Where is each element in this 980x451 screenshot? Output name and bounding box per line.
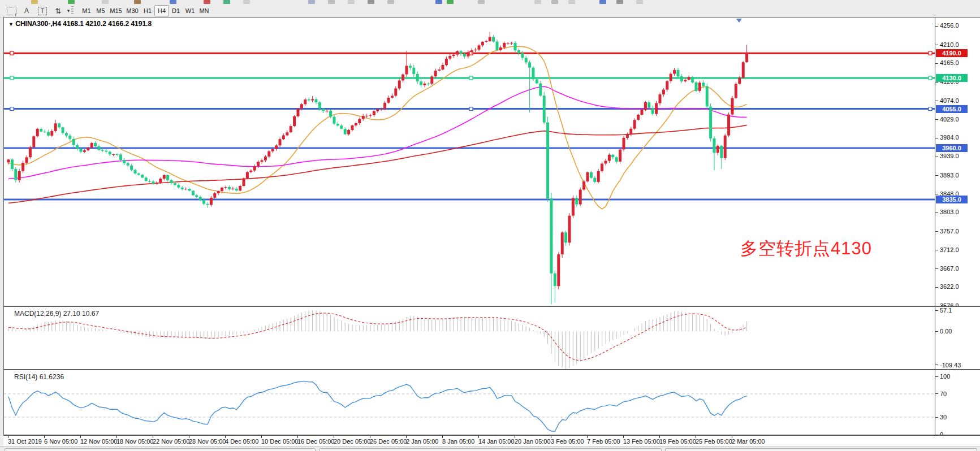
price-tick-label: 4256.0: [940, 22, 959, 29]
timeframe-button-h4[interactable]: H4: [154, 5, 169, 16]
time-tick-label: 16 Dec 05:00: [297, 438, 334, 445]
time-tick-label: 31 Oct 2019: [8, 438, 42, 445]
time-tick-label: 2 Mar 05:00: [732, 438, 765, 445]
text-icon[interactable]: A: [20, 5, 33, 16]
macd-tick-label: 57.1: [940, 307, 952, 314]
time-tick-label: 13 Feb 05:00: [623, 438, 660, 445]
axis-tick: [935, 175, 938, 176]
price-tick-label: 3803.0: [940, 209, 959, 215]
price-tick-label: 3893.0: [940, 172, 959, 179]
chart-annotation: 多空转折点4130: [740, 237, 872, 261]
price-line-badge: 3960.0: [936, 144, 968, 152]
timeframe-button-m30[interactable]: M30: [124, 5, 141, 16]
toolbar-overflow-icon[interactable]: [170, 0, 176, 4]
axis-tick: [935, 138, 938, 138]
timeframe-button-m5[interactable]: M5: [93, 5, 108, 16]
toolbar-overflow-icon[interactable]: [243, 0, 250, 4]
axis-tick: [935, 157, 938, 157]
rsi-panel[interactable]: RSI(14) 61.6236 100 70 30 0: [3, 370, 980, 435]
axis-tick: [935, 101, 938, 101]
timeframe-button-h1[interactable]: H1: [140, 5, 155, 16]
mt4-window: A T ⇅ ▾ M1M5M15M30H1H4D1W1MN ▼ CHINA300-…: [0, 0, 980, 451]
time-tick-label: 20 Dec 05:00: [334, 438, 370, 445]
toolbar-overflow-icon[interactable]: [134, 0, 141, 4]
rsi-tick-label: 70: [940, 391, 947, 397]
toolbar-overflow-icon[interactable]: [368, 0, 374, 4]
time-tick-label: 14 Jan 05:00: [478, 438, 515, 445]
time-tick-label: 2 Jan 05:00: [406, 438, 439, 445]
rsi-tick-label: 30: [940, 414, 947, 420]
price-tick-label: 3622.0: [940, 283, 959, 290]
toolbar-overflow-icon[interactable]: [328, 0, 335, 4]
toolbar-overflow-icon[interactable]: [308, 0, 315, 4]
rsi-plot[interactable]: [4, 370, 935, 435]
macd-plot[interactable]: [4, 307, 935, 369]
time-tick-label: 22 Nov 05:00: [153, 438, 189, 445]
candlestick-chart[interactable]: [4, 18, 935, 306]
time-tick-label: 12 Nov 05:00: [80, 438, 117, 445]
collapse-arrow-icon[interactable]: ▼: [8, 21, 14, 27]
toolbar-overflow-icon[interactable]: [348, 0, 355, 4]
rsi-label: RSI(14) 61.6236: [14, 373, 64, 381]
axis-tick: [935, 213, 938, 213]
axis-tick: [935, 82, 938, 83]
toolbar-overflow-icon[interactable]: [636, 0, 643, 4]
price-tick-label: 3757.0: [940, 228, 959, 235]
price-tick-label: 3984.0: [940, 134, 959, 141]
toolbar-overflow-icon[interactable]: [204, 0, 210, 4]
macd-tick-label: 0.00: [940, 328, 952, 335]
toolbar: A T ⇅ ▾ M1M5M15M30H1H4D1W1MN: [0, 5, 980, 18]
axis-tick: [935, 250, 938, 250]
axis-tick: [935, 45, 938, 45]
time-tick-label: 10 Dec 05:00: [261, 438, 298, 445]
toolbar-overflow-icon[interactable]: [435, 0, 442, 4]
toolbar-overflow-icon[interactable]: [568, 0, 575, 4]
toolbar-overflow-icon[interactable]: [534, 0, 541, 4]
toolbar-overflow-icon[interactable]: [387, 0, 394, 4]
macd-panel[interactable]: MACD(12,26,9) 27.10 10.67 57.1 0.00 -109…: [3, 306, 980, 370]
price-tick-label: 4029.0: [940, 116, 959, 123]
time-tick-label: 19 Feb 05:00: [659, 438, 696, 445]
macd-label: MACD(12,26,9) 27.10 10.67: [14, 310, 99, 318]
toolbar-overflow-icon[interactable]: [599, 0, 606, 4]
price-axis[interactable]: 4256.04210.04165.04120.04074.04029.03984…: [935, 18, 980, 306]
toolbar-overflow-icon[interactable]: [223, 0, 230, 4]
time-tick-label: 8 Jan 05:00: [442, 438, 475, 445]
price-tick-label: 3939.0: [940, 153, 959, 159]
price-line-badge: 3835.0: [936, 196, 968, 203]
time-tick-label: 4 Dec 05:00: [225, 438, 258, 445]
toolbar-overflow-icon[interactable]: [447, 0, 454, 4]
price-tick-label: 4074.0: [940, 97, 959, 104]
timeframe-button-w1[interactable]: W1: [183, 5, 197, 16]
chart-title: ▼ CHINA300-,H4 4168.1 4210.2 4166.2 4191…: [8, 20, 152, 28]
axis-tick: [935, 268, 938, 269]
macd-axis[interactable]: 57.1 0.00 -109.43: [935, 307, 980, 369]
price-tick-label: 4210.0: [940, 41, 959, 48]
price-chart-panel[interactable]: ▼ CHINA300-,H4 4168.1 4210.2 4166.2 4191…: [3, 17, 980, 306]
toolbar-overflow-icon[interactable]: [616, 0, 623, 4]
rsi-tick-label: 100: [940, 373, 950, 380]
price-tick-label: 3667.0: [940, 265, 959, 272]
toolbar-overflow-icon[interactable]: [478, 0, 485, 4]
toolbar-overflow-icon[interactable]: [68, 0, 75, 4]
time-tick-label: 6 Nov 05:00: [44, 438, 77, 445]
timeframe-button-d1[interactable]: D1: [169, 5, 183, 16]
toolbar-overflow-icon[interactable]: [102, 0, 109, 4]
axis-tick: [935, 287, 938, 288]
timeframe-button-mn[interactable]: MN: [197, 5, 211, 16]
axis-tick: [935, 63, 938, 64]
status-bar: [0, 446, 980, 451]
text-label-icon[interactable]: T: [35, 5, 50, 16]
toolbar-drag-handle[interactable]: [71, 6, 74, 15]
toolbar-overflow-icon[interactable]: [31, 0, 38, 4]
fibonacci-icon[interactable]: [3, 5, 19, 16]
axis-tick: [935, 26, 938, 27]
chart-shift-marker-icon[interactable]: [736, 19, 742, 23]
timeframe-button-m1[interactable]: M1: [79, 5, 94, 16]
toolbar-overflow-icon[interactable]: [551, 0, 558, 4]
timeframe-button-m15[interactable]: M15: [107, 5, 124, 16]
price-line-badge: 4055.0: [936, 105, 968, 113]
time-axis[interactable]: 31 Oct 2019 6 Nov 05:00 12 Nov 05:00 18 …: [3, 435, 980, 447]
rsi-axis[interactable]: 100 70 30 0: [935, 370, 980, 435]
time-tick-label: 7 Feb 05:00: [587, 438, 620, 445]
